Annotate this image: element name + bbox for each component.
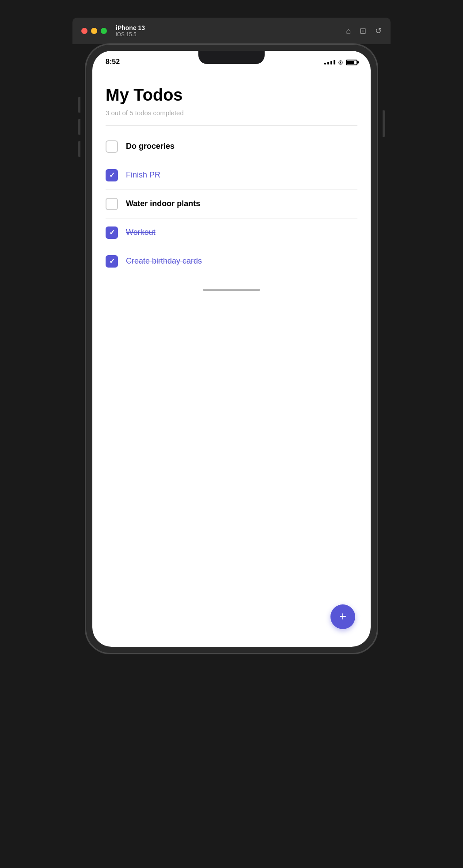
status-icons: ⊛ [324,59,357,66]
phone-screen: 8:52 ⊛ My Todos 3 out of 5 todos complet… [92,51,371,647]
todo-text-1: Do groceries [126,142,175,151]
simulator-titlebar: iPhone 13 iOS 15.5 ⌂ ⊡ ↺ [72,18,391,44]
checkmark-icon: ✓ [109,229,115,236]
traffic-lights [81,28,107,34]
close-button[interactable] [81,28,87,34]
status-time: 8:52 [106,58,120,66]
device-os: iOS 15.5 [116,31,145,38]
todo-text-5: Create birthday cards [126,257,202,266]
checkmark-icon: ✓ [109,258,115,265]
todo-list: Do groceries ✓ Finish PR Water indoor pl… [106,132,357,275]
plus-icon: + [339,610,346,623]
app-content: My Todos 3 out of 5 todos completed Do g… [92,73,371,284]
fullscreen-button[interactable] [101,28,107,34]
wifi-icon: ⊛ [338,59,343,66]
notch [198,51,265,64]
titlebar-actions: ⌂ ⊡ ↺ [346,26,382,36]
add-todo-button[interactable]: + [330,604,355,629]
phone-frame: 8:52 ⊛ My Todos 3 out of 5 todos complet… [86,44,377,653]
completion-subtitle: 3 out of 5 todos completed [106,109,357,117]
todo-checkbox-5[interactable]: ✓ [106,255,118,268]
checkmark-icon: ✓ [109,172,115,179]
todo-item: Do groceries [106,132,357,161]
page-title: My Todos [106,86,357,105]
todo-text-2: Finish PR [126,170,160,180]
minimize-button[interactable] [91,28,97,34]
todo-text-3: Water indoor plants [126,199,200,208]
home-indicator [92,284,371,300]
screenshot-icon[interactable]: ⊡ [360,26,366,36]
home-icon[interactable]: ⌂ [346,26,351,36]
todo-item: ✓ Create birthday cards [106,247,357,275]
todo-item: Water indoor plants [106,190,357,219]
todo-item: ✓ Workout [106,219,357,247]
todo-checkbox-4[interactable]: ✓ [106,226,118,239]
home-bar [203,289,260,291]
divider [106,125,357,126]
rotate-icon[interactable]: ↺ [375,26,382,36]
todo-checkbox-3[interactable] [106,198,118,210]
todo-checkbox-2[interactable]: ✓ [106,169,118,181]
todo-checkbox-1[interactable] [106,140,118,153]
device-name: iPhone 13 [116,24,145,31]
signal-icon [324,60,335,64]
device-info: iPhone 13 iOS 15.5 [116,24,145,38]
battery-icon [346,60,357,65]
todo-text-4: Workout [126,228,156,237]
todo-item: ✓ Finish PR [106,161,357,190]
